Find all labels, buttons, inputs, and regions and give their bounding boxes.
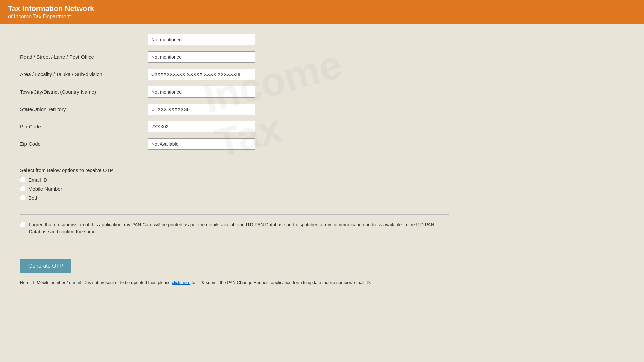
form-row-zip: Zip Code [20, 138, 449, 150]
mobile-number-label[interactable]: Mobile Number [28, 186, 62, 192]
town-input[interactable] [148, 86, 255, 98]
form-section: Road / Street / Lane / Post Office Area … [20, 31, 449, 159]
otp-section: Select from Below options to receive OTP… [20, 167, 449, 201]
checkbox-row-email[interactable]: Email ID [20, 177, 449, 183]
building-input[interactable] [148, 34, 255, 45]
form-row-area: Area / Locality / Taluka / Sub-division [20, 69, 449, 80]
note-section: Note : If Mobile number / e-mail ID is n… [20, 280, 449, 285]
agreement-section: I agree that on submission of this appli… [20, 207, 449, 249]
header-title: Tax Information Network [8, 4, 94, 14]
form-row-pin: Pin Code [20, 121, 449, 132]
road-label: Road / Street / Lane / Post Office [20, 54, 148, 60]
pin-input[interactable] [148, 121, 255, 132]
form-row-town: Town/City/District (Country Name) [20, 86, 449, 98]
main-content: Income Tax Road / Street / Lane / Post O… [0, 24, 470, 298]
checkbox-row-mobile[interactable]: Mobile Number [20, 186, 449, 192]
note-prefix: Note : If Mobile number / e-mail ID is n… [20, 280, 171, 285]
agreement-checkbox[interactable] [20, 222, 25, 227]
generate-otp-button[interactable]: Generate OTP [20, 259, 71, 273]
divider [20, 214, 449, 215]
road-input[interactable] [148, 51, 255, 63]
agreement-text[interactable]: I agree that on submission of this appli… [29, 221, 448, 235]
both-label[interactable]: Both [28, 195, 39, 201]
mobile-number-checkbox[interactable] [20, 186, 25, 191]
divider-bottom [20, 239, 449, 239]
otp-title: Select from Below options to receive OTP [20, 167, 449, 173]
email-id-label[interactable]: Email ID [28, 177, 47, 183]
form-row-state: State/Union Territory [20, 104, 449, 115]
area-label: Area / Locality / Taluka / Sub-division [20, 71, 148, 77]
note-suffix: to fill & submit the PAN Change Request … [192, 280, 371, 285]
both-checkbox[interactable] [20, 195, 25, 200]
town-label: Town/City/District (Country Name) [20, 89, 148, 95]
header-subtitle: of Income Tax Department [8, 14, 94, 20]
header: Tax Information Network of Income Tax De… [0, 0, 644, 24]
pin-label: Pin Code [20, 124, 148, 129]
state-input[interactable] [148, 104, 255, 115]
form-row-building [20, 34, 449, 45]
area-input[interactable] [148, 69, 255, 80]
agreement-row: I agree that on submission of this appli… [20, 221, 449, 235]
click-here-link[interactable]: click here [172, 280, 190, 285]
watermark-container: Income Tax Road / Street / Lane / Post O… [20, 31, 449, 285]
zip-label: Zip Code [20, 141, 148, 147]
email-id-checkbox[interactable] [20, 177, 25, 182]
form-row-road: Road / Street / Lane / Post Office [20, 51, 449, 63]
state-label: State/Union Territory [20, 106, 148, 112]
zip-input[interactable] [148, 138, 255, 150]
checkbox-row-both[interactable]: Both [20, 195, 449, 201]
